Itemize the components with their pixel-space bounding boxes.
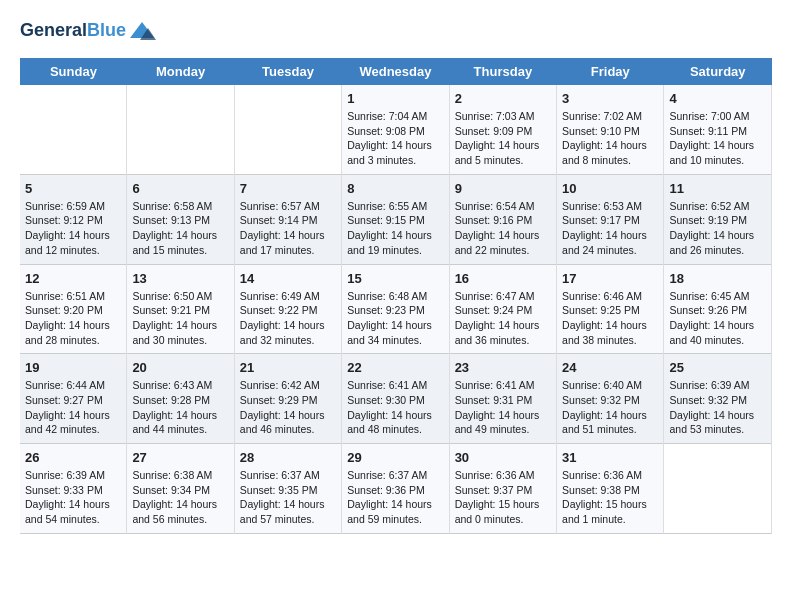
day-number: 2	[455, 91, 551, 106]
weekday-header-friday: Friday	[557, 58, 664, 85]
day-number: 19	[25, 360, 121, 375]
day-number: 26	[25, 450, 121, 465]
calendar-cell	[127, 85, 234, 174]
calendar-cell: 2Sunrise: 7:03 AM Sunset: 9:09 PM Daylig…	[449, 85, 556, 174]
page-header: GeneralBlue	[20, 20, 772, 42]
day-info: Sunrise: 6:41 AM Sunset: 9:31 PM Dayligh…	[455, 378, 551, 437]
calendar-cell	[234, 85, 341, 174]
calendar-cell: 13Sunrise: 6:50 AM Sunset: 9:21 PM Dayli…	[127, 264, 234, 354]
day-info: Sunrise: 6:37 AM Sunset: 9:36 PM Dayligh…	[347, 468, 443, 527]
calendar-cell: 10Sunrise: 6:53 AM Sunset: 9:17 PM Dayli…	[557, 174, 664, 264]
day-info: Sunrise: 6:54 AM Sunset: 9:16 PM Dayligh…	[455, 199, 551, 258]
calendar-cell: 16Sunrise: 6:47 AM Sunset: 9:24 PM Dayli…	[449, 264, 556, 354]
calendar-cell: 3Sunrise: 7:02 AM Sunset: 9:10 PM Daylig…	[557, 85, 664, 174]
weekday-header-tuesday: Tuesday	[234, 58, 341, 85]
day-info: Sunrise: 6:43 AM Sunset: 9:28 PM Dayligh…	[132, 378, 228, 437]
day-number: 5	[25, 181, 121, 196]
calendar-cell: 5Sunrise: 6:59 AM Sunset: 9:12 PM Daylig…	[20, 174, 127, 264]
day-number: 12	[25, 271, 121, 286]
calendar-cell: 28Sunrise: 6:37 AM Sunset: 9:35 PM Dayli…	[234, 444, 341, 534]
day-info: Sunrise: 6:42 AM Sunset: 9:29 PM Dayligh…	[240, 378, 336, 437]
day-number: 16	[455, 271, 551, 286]
day-number: 22	[347, 360, 443, 375]
calendar-cell: 25Sunrise: 6:39 AM Sunset: 9:32 PM Dayli…	[664, 354, 772, 444]
day-number: 7	[240, 181, 336, 196]
day-info: Sunrise: 6:36 AM Sunset: 9:37 PM Dayligh…	[455, 468, 551, 527]
weekday-header-wednesday: Wednesday	[342, 58, 449, 85]
day-info: Sunrise: 6:38 AM Sunset: 9:34 PM Dayligh…	[132, 468, 228, 527]
day-info: Sunrise: 7:03 AM Sunset: 9:09 PM Dayligh…	[455, 109, 551, 168]
day-number: 1	[347, 91, 443, 106]
day-number: 28	[240, 450, 336, 465]
calendar-cell: 6Sunrise: 6:58 AM Sunset: 9:13 PM Daylig…	[127, 174, 234, 264]
calendar-cell: 30Sunrise: 6:36 AM Sunset: 9:37 PM Dayli…	[449, 444, 556, 534]
day-number: 6	[132, 181, 228, 196]
day-info: Sunrise: 6:55 AM Sunset: 9:15 PM Dayligh…	[347, 199, 443, 258]
day-info: Sunrise: 6:50 AM Sunset: 9:21 PM Dayligh…	[132, 289, 228, 348]
logo-icon	[128, 20, 156, 42]
day-info: Sunrise: 6:52 AM Sunset: 9:19 PM Dayligh…	[669, 199, 766, 258]
day-number: 15	[347, 271, 443, 286]
day-info: Sunrise: 7:02 AM Sunset: 9:10 PM Dayligh…	[562, 109, 658, 168]
logo-text: GeneralBlue	[20, 21, 126, 41]
calendar-cell: 18Sunrise: 6:45 AM Sunset: 9:26 PM Dayli…	[664, 264, 772, 354]
weekday-header-sunday: Sunday	[20, 58, 127, 85]
calendar-cell: 1Sunrise: 7:04 AM Sunset: 9:08 PM Daylig…	[342, 85, 449, 174]
weekday-header-saturday: Saturday	[664, 58, 772, 85]
day-info: Sunrise: 6:57 AM Sunset: 9:14 PM Dayligh…	[240, 199, 336, 258]
day-number: 24	[562, 360, 658, 375]
weekday-header-thursday: Thursday	[449, 58, 556, 85]
day-info: Sunrise: 6:53 AM Sunset: 9:17 PM Dayligh…	[562, 199, 658, 258]
day-number: 18	[669, 271, 766, 286]
calendar-cell: 22Sunrise: 6:41 AM Sunset: 9:30 PM Dayli…	[342, 354, 449, 444]
day-number: 10	[562, 181, 658, 196]
day-info: Sunrise: 7:04 AM Sunset: 9:08 PM Dayligh…	[347, 109, 443, 168]
calendar-cell: 24Sunrise: 6:40 AM Sunset: 9:32 PM Dayli…	[557, 354, 664, 444]
day-info: Sunrise: 6:47 AM Sunset: 9:24 PM Dayligh…	[455, 289, 551, 348]
calendar-cell: 27Sunrise: 6:38 AM Sunset: 9:34 PM Dayli…	[127, 444, 234, 534]
calendar-table: SundayMondayTuesdayWednesdayThursdayFrid…	[20, 58, 772, 534]
day-number: 13	[132, 271, 228, 286]
calendar-cell: 26Sunrise: 6:39 AM Sunset: 9:33 PM Dayli…	[20, 444, 127, 534]
day-number: 9	[455, 181, 551, 196]
day-number: 4	[669, 91, 766, 106]
calendar-cell: 31Sunrise: 6:36 AM Sunset: 9:38 PM Dayli…	[557, 444, 664, 534]
day-info: Sunrise: 6:39 AM Sunset: 9:32 PM Dayligh…	[669, 378, 766, 437]
day-number: 30	[455, 450, 551, 465]
day-number: 17	[562, 271, 658, 286]
day-number: 3	[562, 91, 658, 106]
day-info: Sunrise: 6:44 AM Sunset: 9:27 PM Dayligh…	[25, 378, 121, 437]
calendar-cell: 8Sunrise: 6:55 AM Sunset: 9:15 PM Daylig…	[342, 174, 449, 264]
day-number: 29	[347, 450, 443, 465]
weekday-header-monday: Monday	[127, 58, 234, 85]
day-info: Sunrise: 6:49 AM Sunset: 9:22 PM Dayligh…	[240, 289, 336, 348]
day-number: 14	[240, 271, 336, 286]
calendar-cell: 11Sunrise: 6:52 AM Sunset: 9:19 PM Dayli…	[664, 174, 772, 264]
day-info: Sunrise: 6:48 AM Sunset: 9:23 PM Dayligh…	[347, 289, 443, 348]
calendar-cell: 9Sunrise: 6:54 AM Sunset: 9:16 PM Daylig…	[449, 174, 556, 264]
calendar-cell: 19Sunrise: 6:44 AM Sunset: 9:27 PM Dayli…	[20, 354, 127, 444]
day-info: Sunrise: 6:36 AM Sunset: 9:38 PM Dayligh…	[562, 468, 658, 527]
logo: GeneralBlue	[20, 20, 156, 42]
day-number: 31	[562, 450, 658, 465]
calendar-cell: 7Sunrise: 6:57 AM Sunset: 9:14 PM Daylig…	[234, 174, 341, 264]
calendar-cell: 15Sunrise: 6:48 AM Sunset: 9:23 PM Dayli…	[342, 264, 449, 354]
calendar-cell	[664, 444, 772, 534]
day-number: 20	[132, 360, 228, 375]
day-number: 8	[347, 181, 443, 196]
calendar-cell: 4Sunrise: 7:00 AM Sunset: 9:11 PM Daylig…	[664, 85, 772, 174]
day-info: Sunrise: 6:37 AM Sunset: 9:35 PM Dayligh…	[240, 468, 336, 527]
calendar-cell: 20Sunrise: 6:43 AM Sunset: 9:28 PM Dayli…	[127, 354, 234, 444]
calendar-cell: 14Sunrise: 6:49 AM Sunset: 9:22 PM Dayli…	[234, 264, 341, 354]
day-number: 27	[132, 450, 228, 465]
day-info: Sunrise: 6:46 AM Sunset: 9:25 PM Dayligh…	[562, 289, 658, 348]
calendar-cell	[20, 85, 127, 174]
calendar-cell: 21Sunrise: 6:42 AM Sunset: 9:29 PM Dayli…	[234, 354, 341, 444]
day-info: Sunrise: 6:59 AM Sunset: 9:12 PM Dayligh…	[25, 199, 121, 258]
day-info: Sunrise: 6:51 AM Sunset: 9:20 PM Dayligh…	[25, 289, 121, 348]
calendar-cell: 29Sunrise: 6:37 AM Sunset: 9:36 PM Dayli…	[342, 444, 449, 534]
day-info: Sunrise: 6:39 AM Sunset: 9:33 PM Dayligh…	[25, 468, 121, 527]
day-number: 23	[455, 360, 551, 375]
calendar-cell: 12Sunrise: 6:51 AM Sunset: 9:20 PM Dayli…	[20, 264, 127, 354]
day-number: 25	[669, 360, 766, 375]
